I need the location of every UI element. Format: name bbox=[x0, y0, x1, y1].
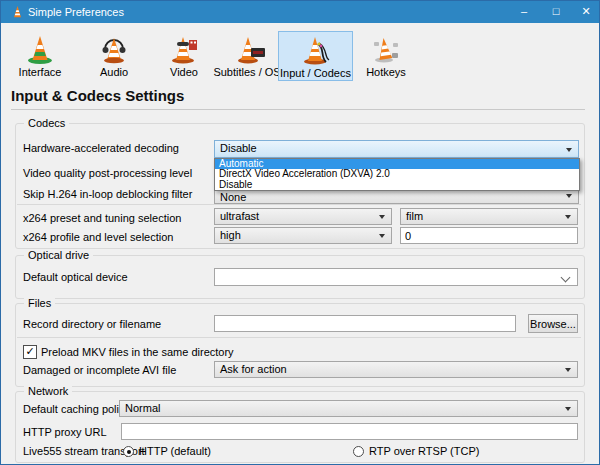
chevron-down-icon bbox=[565, 407, 571, 411]
postprocessing-level-label: Video quality post-processing level bbox=[23, 167, 192, 179]
hotkeys-icon bbox=[370, 33, 402, 65]
x264-tuning-value: film bbox=[406, 210, 423, 222]
x264-profile-value: high bbox=[220, 229, 241, 241]
hardware-decoding-dropdown: Automatic DirectX Video Acceleration (DX… bbox=[214, 158, 580, 191]
window-title: Simple Preferences bbox=[28, 1, 124, 23]
audio-icon bbox=[98, 33, 130, 65]
chevron-down-icon bbox=[566, 194, 572, 198]
dropdown-option-disable[interactable]: Disable bbox=[215, 180, 579, 190]
x264-profile-combobox[interactable]: high bbox=[214, 227, 392, 244]
files-group-title: Files bbox=[24, 297, 55, 309]
optical-drive-group-title: Optical drive bbox=[24, 249, 93, 261]
caching-policy-value: Normal bbox=[125, 402, 160, 414]
tab-input-codecs[interactable]: Input / Codecs bbox=[278, 31, 353, 81]
chevron-down-icon bbox=[561, 273, 571, 283]
deblocking-filter-label: Skip H.264 in-loop deblocking filter bbox=[23, 188, 192, 200]
hardware-decoding-value: Disable bbox=[220, 142, 257, 154]
hardware-decoding-label: Hardware-accelerated decoding bbox=[23, 142, 179, 154]
preload-mkv-checkbox[interactable]: ✓ bbox=[23, 345, 37, 359]
http-default-radio[interactable] bbox=[123, 446, 134, 457]
preload-mkv-label: Preload MKV files in the same directory bbox=[41, 346, 234, 358]
damaged-avi-combobox[interactable]: Ask for action bbox=[214, 361, 578, 378]
subtitles-osd-icon bbox=[235, 33, 267, 65]
title-bar: Simple Preferences – □ ✕ bbox=[1, 1, 599, 23]
deblocking-filter-value: None bbox=[220, 191, 246, 203]
x264-level-input[interactable] bbox=[400, 227, 578, 244]
tab-audio-label: Audio bbox=[81, 66, 147, 78]
chevron-down-icon bbox=[565, 368, 571, 372]
chevron-down-icon bbox=[565, 215, 571, 219]
hardware-decoding-combobox[interactable]: Disable bbox=[214, 140, 579, 158]
page-title: Input & Codecs Settings bbox=[11, 87, 184, 104]
tab-interface-label: Interface bbox=[7, 66, 73, 78]
minimize-icon: – bbox=[521, 5, 527, 17]
chevron-down-icon bbox=[379, 234, 385, 238]
codecs-separator bbox=[17, 204, 581, 205]
checkmark-icon: ✓ bbox=[25, 345, 34, 357]
tab-hotkeys-label: Hotkeys bbox=[353, 66, 419, 78]
vlc-cone-icon bbox=[10, 4, 25, 20]
network-group-title: Network bbox=[24, 385, 72, 397]
x264-tuning-combobox[interactable]: film bbox=[400, 208, 578, 225]
x264-preset-label: x264 preset and tuning selection bbox=[23, 212, 181, 224]
dropdown-option-dxva[interactable]: DirectX Video Acceleration (DXVA) 2.0 bbox=[215, 169, 579, 179]
chevron-down-icon bbox=[566, 148, 572, 152]
interface-icon bbox=[24, 33, 56, 65]
minimize-button[interactable]: – bbox=[509, 1, 539, 23]
http-proxy-input[interactable] bbox=[121, 423, 578, 440]
files-separator bbox=[17, 337, 581, 338]
video-icon bbox=[168, 33, 200, 65]
damaged-avi-value: Ask for action bbox=[220, 363, 287, 375]
tab-video-label: Video bbox=[151, 66, 217, 78]
tab-video[interactable]: Video bbox=[151, 31, 217, 81]
damaged-avi-label: Damaged or incomplete AVI file bbox=[23, 364, 176, 376]
rtp-over-rtsp-radio-label: RTP over RTSP (TCP) bbox=[369, 445, 479, 457]
tab-hotkeys[interactable]: Hotkeys bbox=[353, 31, 419, 81]
tab-interface[interactable]: Interface bbox=[7, 31, 73, 81]
record-directory-input[interactable] bbox=[214, 315, 516, 332]
maximize-button[interactable]: □ bbox=[541, 1, 571, 23]
tab-input-codecs-label: Input / Codecs bbox=[279, 67, 352, 79]
x264-profile-label: x264 profile and level selection bbox=[23, 231, 173, 243]
heading-divider bbox=[11, 109, 585, 110]
rtp-over-rtsp-radio[interactable] bbox=[353, 446, 364, 457]
record-directory-label: Record directory or filename bbox=[23, 318, 161, 330]
codecs-group-title: Codecs bbox=[24, 117, 69, 129]
caching-policy-combobox[interactable]: Normal bbox=[119, 400, 578, 417]
http-proxy-label: HTTP proxy URL bbox=[23, 426, 107, 438]
simple-preferences-window: Simple Preferences – □ ✕ Interface Audio bbox=[0, 0, 600, 465]
close-button[interactable]: ✕ bbox=[571, 1, 600, 23]
optical-device-label: Default optical device bbox=[23, 271, 128, 283]
optical-device-combobox[interactable] bbox=[214, 268, 578, 286]
maximize-icon: □ bbox=[553, 5, 560, 17]
http-default-radio-label: HTTP (default) bbox=[139, 445, 211, 457]
dropdown-option-automatic[interactable]: Automatic bbox=[215, 159, 579, 169]
browse-button-label: Browse... bbox=[530, 318, 576, 330]
browse-button[interactable]: Browse... bbox=[528, 314, 578, 333]
x264-preset-combobox[interactable]: ultrafast bbox=[214, 208, 392, 225]
tab-audio[interactable]: Audio bbox=[81, 31, 147, 81]
caching-policy-label: Default caching policy bbox=[23, 403, 130, 415]
input-codecs-icon bbox=[300, 34, 332, 66]
chevron-down-icon bbox=[379, 215, 385, 219]
close-icon: ✕ bbox=[581, 5, 590, 17]
x264-preset-value: ultrafast bbox=[220, 210, 259, 222]
